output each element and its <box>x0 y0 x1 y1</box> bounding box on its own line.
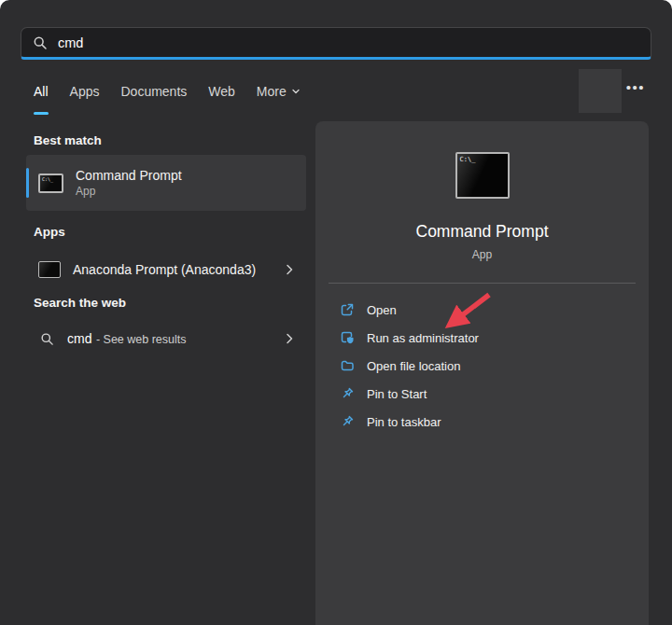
pin-icon <box>340 414 355 429</box>
folder-icon <box>340 358 355 373</box>
best-match-result[interactable]: C:\_ Command Prompt App <box>26 155 306 211</box>
action-run-as-administrator[interactable]: Run as administrator <box>315 324 649 352</box>
app-result-label: Anaconda Prompt (Anaconda3) <box>73 261 256 278</box>
separator <box>329 283 636 284</box>
pin-icon <box>340 386 355 401</box>
web-result-cmd[interactable]: cmd - See web results <box>26 321 306 356</box>
action-label: Run as administrator <box>367 331 479 345</box>
action-pin-to-taskbar[interactable]: Pin to taskbar <box>315 408 649 436</box>
action-list: Open Run as administrator Open file loca… <box>315 296 649 436</box>
search-bar[interactable] <box>21 27 651 60</box>
action-label: Open <box>367 303 397 317</box>
search-web-heading: Search the web <box>34 296 126 310</box>
anaconda-prompt-icon <box>38 261 61 278</box>
action-label: Pin to Start <box>367 387 427 401</box>
tab-more[interactable]: More <box>257 84 301 103</box>
search-icon <box>40 332 54 346</box>
action-pin-to-start[interactable]: Pin to Start <box>315 380 649 408</box>
header-hover-highlight <box>579 69 622 113</box>
action-label: Pin to taskbar <box>367 415 441 429</box>
action-open-file-location[interactable]: Open file location <box>315 352 649 380</box>
app-result-anaconda[interactable]: Anaconda Prompt (Anaconda3) <box>26 250 306 289</box>
chevron-right-icon[interactable] <box>283 332 296 345</box>
open-external-icon <box>340 302 355 317</box>
command-prompt-large-icon: C:\_ <box>455 152 510 199</box>
best-match-title: Command Prompt <box>76 167 182 184</box>
search-icon <box>33 35 48 50</box>
web-result-query: cmd <box>67 331 91 346</box>
best-match-heading: Best match <box>34 133 102 147</box>
start-search-flyout: All Apps Documents Web More ••• Best mat… <box>0 0 672 625</box>
apps-heading: Apps <box>34 225 65 239</box>
tab-documents[interactable]: Documents <box>120 84 187 103</box>
search-filter-tabs: All Apps Documents Web More <box>34 84 301 103</box>
command-prompt-icon: C:\_ <box>38 174 63 193</box>
best-match-subtitle: App <box>76 185 182 199</box>
action-label: Open file location <box>367 359 460 373</box>
search-input[interactable] <box>58 35 639 50</box>
tab-all[interactable]: All <box>34 84 49 103</box>
preview-panel: C:\_ Command Prompt App Open Run as admi… <box>315 121 649 625</box>
preview-title: Command Prompt <box>315 222 649 242</box>
more-options-button[interactable]: ••• <box>620 76 651 97</box>
best-match-text: Command Prompt App <box>76 167 182 199</box>
preview-subtitle: App <box>315 248 649 261</box>
web-result-text: cmd - See web results <box>67 330 186 347</box>
run-as-admin-icon <box>340 330 355 345</box>
selection-accent-pill <box>26 168 29 198</box>
chevron-down-icon <box>291 87 301 96</box>
action-open[interactable]: Open <box>315 296 649 324</box>
tab-more-label: More <box>257 84 287 99</box>
tab-apps[interactable]: Apps <box>70 84 100 103</box>
chevron-right-icon[interactable] <box>283 263 296 276</box>
web-result-suffix-text: - See web results <box>96 333 187 346</box>
tab-web[interactable]: Web <box>208 84 235 103</box>
